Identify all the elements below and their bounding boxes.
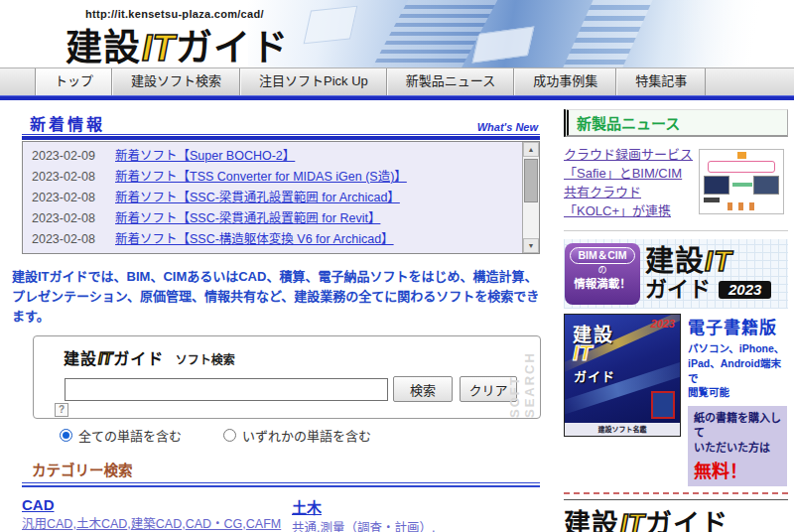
news-list-box: 2023-02-09新着ソフト【Super BOCHO-2】 2023-02-0… — [22, 141, 540, 254]
logo-guide: ガイド — [113, 350, 164, 367]
sidebar-logo-line2: ガイド2023 — [645, 279, 771, 301]
fade-overlay — [675, 0, 794, 67]
category-doboku-heading[interactable]: 土木 — [292, 496, 322, 517]
news-scrollbar[interactable]: ▲ ▼ — [522, 142, 539, 253]
news-date: 2023-02-08 — [32, 229, 105, 250]
category-link[interactable]: CAFM — [246, 517, 281, 531]
logo-kensetsu: 建設 — [66, 28, 141, 67]
book-cover-image[interactable]: 2023 建設 IT ガイド 建設ソフト名鑑 — [564, 314, 681, 437]
news-link[interactable]: 新着ソフト【SSC-構造躯体変換 V6 for Archicad】 — [115, 232, 394, 246]
sidebar-news-link[interactable]: クラウド録画サービス「Safie」とBIM/CIM共有クラウド「KOLC+」が連… — [564, 146, 695, 220]
category-link[interactable]: 土木CAD — [76, 517, 131, 531]
free-offer-line: 紙の書籍を購入して — [694, 411, 781, 441]
nav-filler — [706, 68, 794, 95]
search-button[interactable]: 検索 — [393, 376, 453, 402]
kolc-diagram-thumbnail[interactable] — [699, 149, 784, 214]
nav-tab-top[interactable]: トップ — [36, 68, 112, 95]
logo-it: IT — [97, 350, 113, 367]
news-link[interactable]: 新着ソフト【Super BOCHO-2】 — [115, 149, 295, 163]
ebook-ad: 2023 建設 IT ガイド 建設ソフト名鑑 電子書籍版 パソコン、iPhone… — [564, 314, 788, 485]
sidebar: 新製品ニュース クラウド録画サービス「Safie」とBIM/CIM共有クラウド「… — [564, 109, 788, 532]
category-search-title: カテゴリー検索 — [32, 459, 540, 479]
ebook-desc-line: iPad、Android端末で — [688, 356, 787, 385]
diagram-people-icons — [728, 202, 759, 210]
category-link[interactable]: 測量（調査・計画） — [321, 521, 436, 532]
category-rule-thick — [22, 485, 540, 487]
search-panel-logo: 建設ITガイド — [64, 350, 164, 367]
free-label: 無料！ — [694, 457, 781, 482]
radio-any-word-label: いずれかの単語を含む — [242, 426, 371, 445]
logo-it: IT — [705, 245, 732, 277]
ebook-desc-line: パソコン、iPhone、 — [688, 341, 787, 356]
category-doboku: 土木 共通測量（調査・計画） 設計解析・研究積算その他 — [292, 496, 542, 532]
logo-kensetsu: 建設 — [645, 245, 705, 277]
free-offer-box: 紙の書籍を購入して いただいた方は 無料！ — [688, 406, 787, 486]
nav-spacer — [0, 68, 36, 95]
category-link[interactable]: 汎用CAD — [22, 517, 76, 531]
whats-new-subtitle: What's New — [477, 121, 538, 133]
radio-all-words-label: 全ての単語を含む — [78, 426, 182, 445]
year-badge: 2023 — [719, 281, 771, 299]
bim-cim-badge-pill: BIM＆CIM — [570, 247, 635, 264]
subscribe-logo[interactable]: 建設ITガイド — [564, 502, 788, 532]
category-search-header: カテゴリー検索 — [22, 459, 540, 487]
nav-tab-soft-search[interactable]: 建設ソフト検索 — [112, 68, 240, 95]
radio-all-words[interactable] — [60, 429, 72, 442]
nav-tab-pickup[interactable]: 注目ソフトPick Up — [240, 68, 387, 95]
keyboard-photo-art — [248, 0, 794, 67]
free-offer-line: いただいた方は — [694, 441, 781, 456]
cover-guide: ガイド — [574, 366, 615, 385]
scroll-down-icon[interactable]: ▼ — [523, 238, 539, 253]
cad-link-row: 汎用CAD土木CAD建築CADCAD・CGCAFM — [22, 515, 292, 532]
sidebar-divider — [564, 230, 788, 231]
site-logo[interactable]: 建設ITガイド — [66, 18, 289, 67]
bim-cim-banner[interactable]: BIM＆CIM の 情報満載！ 建設IT ガイド2023 — [564, 239, 788, 309]
nav-tab-case-studies[interactable]: 成功事例集 — [514, 68, 616, 95]
logo-guide: ガイド — [645, 279, 711, 301]
bim-cim-badge-no: の — [565, 264, 640, 277]
logo-it: IT — [619, 509, 645, 532]
soft-search-panel: 建設ITガイド ソフト検索 検索 クリア ? SOFT SEARCH — [33, 335, 541, 419]
scrollbar-thumb[interactable] — [524, 159, 538, 202]
nav-tab-new-products[interactable]: 新製品ニュース — [387, 68, 514, 95]
news-link[interactable]: 新着ソフト【SSC-梁貫通孔設置範囲 for Archicad】 — [115, 191, 400, 204]
ebook-title: 電子書籍版 — [688, 314, 787, 338]
diagram-screenshot — [704, 176, 729, 195]
news-row: 2023-02-08新着ソフト【TSS Converter for MIDAS … — [23, 167, 539, 188]
category-link[interactable]: 共通 — [292, 521, 321, 532]
news-link[interactable]: 新着ソフト【TSS Converter for MIDAS iGen (S造)】 — [115, 170, 407, 184]
news-date: 2023-02-08 — [32, 167, 105, 188]
main-column: 新着情報 What's New 2023-02-09新着ソフト【Super BO… — [12, 111, 542, 532]
sidebar-news-item: クラウド録画サービス「Safie」とBIM/CIM共有クラウド「KOLC+」が連… — [564, 146, 788, 220]
logo-guide: ガイド — [645, 509, 728, 532]
radio-any-word[interactable] — [223, 429, 236, 442]
accent-bar — [0, 95, 794, 100]
diagram-arrow-loop — [708, 161, 775, 173]
help-icon[interactable]: ? — [55, 403, 68, 417]
category-link[interactable]: 建築CAD — [131, 517, 186, 531]
keyboard-key-shape — [304, 6, 358, 45]
whats-new-title: 新着情報 — [30, 116, 105, 133]
main-nav: トップ 建設ソフト検索 注目ソフトPick Up 新製品ニュース 成功事例集 特… — [0, 67, 794, 95]
keyboard-key-shape — [472, 26, 535, 63]
bim-cim-badge-text: 情報満載！ — [565, 277, 640, 291]
category-link[interactable]: CAD・CG — [186, 517, 246, 531]
logo-guide: ガイド — [176, 28, 289, 67]
sidebar-guide-logo: 建設IT ガイド2023 — [645, 247, 771, 301]
news-rows: 2023-02-09新着ソフト【Super BOCHO-2】 2023-02-0… — [23, 142, 539, 250]
whats-new-rule-thin — [22, 134, 540, 135]
news-link[interactable]: 新着ソフト【SSC-梁貫通孔設置範囲 for Revit】 — [115, 211, 380, 225]
ebook-info: 電子書籍版 パソコン、iPhone、 iPad、Android端末で 閲覧可能 … — [688, 314, 787, 485]
logo-kensetsu: 建設 — [64, 350, 97, 367]
diagram-connector — [732, 183, 752, 187]
diagram-node — [737, 152, 746, 159]
scroll-up-icon[interactable]: ▲ — [523, 142, 539, 157]
keyboard-ribbed-shape — [555, 0, 656, 67]
sidebar-news-header: 新製品ニュース — [564, 109, 788, 137]
nav-tab-features[interactable]: 特集記事 — [616, 68, 706, 95]
news-date: 2023-02-08 — [32, 208, 105, 229]
news-row: 2023-02-08新着ソフト【SSC-梁貫通孔設置範囲 for Revit】 — [23, 208, 539, 229]
search-input[interactable] — [65, 378, 388, 401]
news-date: 2023-02-08 — [32, 188, 105, 208]
category-cad-heading[interactable]: CAD — [22, 496, 55, 513]
